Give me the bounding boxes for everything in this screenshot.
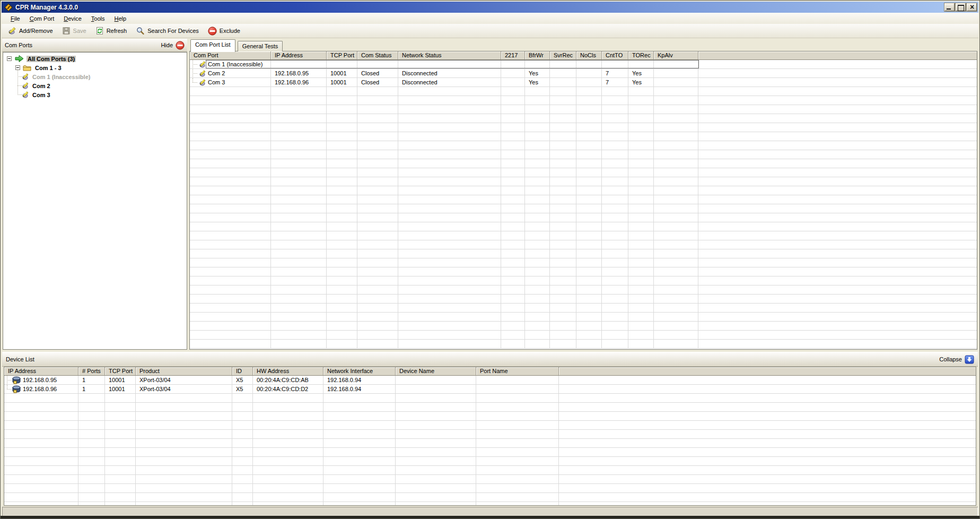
- empty-table-row[interactable]: [4, 457, 976, 466]
- minimize-button[interactable]: [944, 3, 955, 11]
- empty-table-row[interactable]: [4, 430, 976, 439]
- column-header-hw-address[interactable]: HW Address: [253, 367, 323, 375]
- empty-table-row[interactable]: [190, 186, 977, 195]
- empty-table-row[interactable]: [4, 394, 976, 403]
- empty-cell: [357, 322, 398, 330]
- tree-expander-icon[interactable]: [7, 56, 12, 61]
- empty-table-row[interactable]: [4, 421, 976, 430]
- menu-item-help[interactable]: Help: [110, 14, 132, 23]
- empty-table-row[interactable]: [4, 412, 976, 421]
- maximize-button[interactable]: [956, 3, 966, 11]
- empty-table-row[interactable]: [190, 96, 977, 105]
- app-icon: [4, 3, 13, 12]
- empty-table-row[interactable]: [190, 213, 977, 222]
- empty-table-row[interactable]: [190, 159, 977, 168]
- menu-item-device[interactable]: Device: [59, 14, 86, 23]
- empty-table-row[interactable]: [4, 466, 976, 475]
- empty-table-row[interactable]: [190, 204, 977, 213]
- menu-item-com-port[interactable]: Com Port: [25, 14, 59, 23]
- empty-table-row[interactable]: [190, 267, 977, 276]
- empty-cell: [576, 87, 602, 96]
- empty-table-row[interactable]: [190, 177, 977, 186]
- device-icon: [12, 376, 21, 384]
- empty-table-row[interactable]: [190, 249, 977, 258]
- empty-table-row[interactable]: [190, 258, 977, 267]
- column-header-id[interactable]: ID: [232, 367, 253, 375]
- empty-table-row[interactable]: [190, 105, 977, 114]
- empty-table-row[interactable]: [190, 295, 977, 304]
- tree-item-com-2[interactable]: Com 2: [3, 81, 187, 90]
- column-header-tcp-port[interactable]: TCP Port: [105, 367, 136, 375]
- toolbar-button-search-for-devices[interactable]: Search For Devices: [132, 25, 203, 37]
- empty-table-row[interactable]: [190, 322, 977, 331]
- empty-table-row[interactable]: [4, 502, 976, 506]
- toolbar-button-save[interactable]: Save: [58, 25, 90, 37]
- table-row-com-2[interactable]: Com 2192.168.0.9510001ClosedDisconnected…: [190, 69, 977, 78]
- tree-expander-icon[interactable]: [15, 65, 20, 70]
- tree-item-com-3[interactable]: Com 3: [3, 90, 187, 99]
- empty-table-row[interactable]: [190, 240, 977, 249]
- column-header-com-port[interactable]: Com Port: [190, 51, 271, 59]
- column-header-2217[interactable]: 2217: [501, 51, 525, 59]
- column-header-network-status[interactable]: Network Status: [398, 51, 501, 59]
- tree-item-com-1-inaccessible[interactable]: Com 1 (Inaccessible): [3, 72, 187, 81]
- empty-table-row[interactable]: [190, 231, 977, 240]
- tree-item-com-1-3[interactable]: Com 1 - 3: [3, 63, 187, 72]
- column-header-device-name[interactable]: Device Name: [396, 367, 476, 375]
- column-header-com-status[interactable]: Com Status: [357, 51, 398, 59]
- tab-general-tests[interactable]: General Tests: [238, 41, 283, 51]
- empty-table-row[interactable]: [190, 304, 977, 313]
- column-header-ip-address[interactable]: IP Address: [4, 367, 78, 375]
- empty-table-row[interactable]: [190, 87, 977, 96]
- menu-item-file[interactable]: File: [6, 14, 25, 23]
- table-row-com-1-inaccessible[interactable]: Com 1 (Inaccessible): [190, 60, 977, 69]
- column-header-bfrwr[interactable]: BfrWr: [525, 51, 550, 59]
- toolbar-button-exclude[interactable]: Exclude: [204, 25, 244, 37]
- column-header-kpalv[interactable]: KpAlv: [654, 51, 698, 59]
- menu-item-tools[interactable]: Tools: [86, 14, 110, 23]
- column-header-nocls[interactable]: NoCls: [576, 51, 602, 59]
- window-title: CPR Manager 4.3.0.0: [15, 4, 943, 11]
- empty-table-row[interactable]: [190, 286, 977, 295]
- empty-table-row[interactable]: [190, 331, 977, 340]
- close-button[interactable]: [967, 3, 977, 11]
- table-row-com-3[interactable]: Com 3192.168.0.9610001ClosedDisconnected…: [190, 78, 977, 87]
- empty-table-row[interactable]: [4, 448, 976, 457]
- table-row-192-168-0-96[interactable]: 192.168.0.96110001XPort-03/04X500:20:4A:…: [4, 385, 976, 394]
- column-header-network-interface[interactable]: Network Interface: [323, 367, 396, 375]
- empty-table-row[interactable]: [190, 313, 977, 322]
- empty-table-row[interactable]: [4, 439, 976, 448]
- column-header-product[interactable]: Product: [136, 367, 232, 375]
- hide-button[interactable]: [176, 41, 185, 50]
- empty-table-row[interactable]: [4, 493, 976, 502]
- empty-table-row[interactable]: [190, 114, 977, 123]
- empty-cell: [323, 439, 396, 447]
- empty-table-row[interactable]: [190, 150, 977, 159]
- column-header-tcp-port[interactable]: TCP Port: [327, 51, 357, 59]
- empty-table-row[interactable]: [190, 123, 977, 132]
- empty-table-row[interactable]: [190, 141, 977, 150]
- tree-item-all-com-ports-3[interactable]: All Com Ports (3): [3, 54, 187, 63]
- column-header-ports[interactable]: # Ports: [78, 367, 105, 375]
- empty-table-row[interactable]: [4, 403, 976, 412]
- tab-com-port-list[interactable]: Com Port List: [190, 39, 235, 52]
- empty-table-row[interactable]: [190, 276, 977, 286]
- cell-svrrec: [550, 60, 576, 68]
- column-header-ip-address[interactable]: IP Address: [271, 51, 327, 59]
- column-header-svrrec[interactable]: SvrRec: [550, 51, 576, 59]
- column-header-torec[interactable]: TORec: [628, 51, 654, 59]
- empty-table-row[interactable]: [190, 222, 977, 231]
- empty-table-row[interactable]: [190, 168, 977, 177]
- empty-table-row[interactable]: [4, 484, 976, 493]
- empty-table-row[interactable]: [190, 132, 977, 141]
- empty-table-row[interactable]: [190, 195, 977, 204]
- column-header-port-name[interactable]: Port Name: [476, 367, 559, 375]
- toolbar-button-refresh[interactable]: Refresh: [92, 25, 131, 37]
- toolbar-button-add-remove[interactable]: Add/Remove: [4, 25, 57, 37]
- cell-filler: [559, 484, 976, 492]
- empty-table-row[interactable]: [190, 340, 977, 349]
- column-header-cntto[interactable]: CntTO: [602, 51, 628, 59]
- table-row-192-168-0-95[interactable]: 192.168.0.95110001XPort-03/04X500:20:4A:…: [4, 376, 976, 385]
- collapse-button[interactable]: [965, 355, 974, 364]
- empty-table-row[interactable]: [4, 475, 976, 484]
